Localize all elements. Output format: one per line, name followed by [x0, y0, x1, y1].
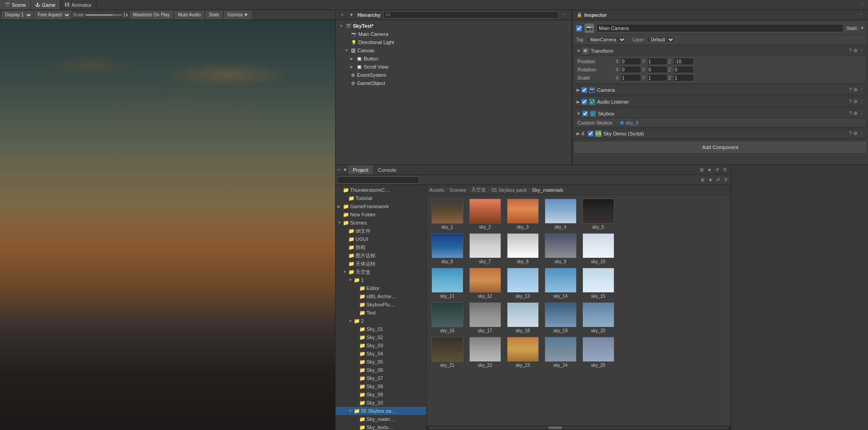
tree-sky-textu[interactable]: 📁 Sky_textu…: [336, 423, 426, 430]
skybox-enabled-checkbox[interactable]: [582, 111, 588, 116]
tree-sky08[interactable]: 📁 Sky_08: [336, 382, 426, 390]
rot-z-input[interactable]: [673, 66, 694, 73]
tab-game[interactable]: 🕹 Game: [31, 0, 60, 10]
asset-item-sky_2[interactable]: sky_2: [468, 199, 502, 230]
transform-question-btn[interactable]: ?: [849, 48, 852, 53]
breadcrumb-sky-materials[interactable]: Sky_materials: [532, 187, 563, 193]
tree-skyboxplu[interactable]: 📁 SkyboxPlu…: [336, 300, 426, 309]
asset-item-sky_3[interactable]: sky_3: [506, 199, 540, 230]
asset-item-sky_8[interactable]: sky_8: [506, 233, 540, 264]
hier-directional-light[interactable]: 💡 Directional Light: [336, 38, 572, 46]
tree-sky07[interactable]: 📁 Sky_07: [336, 374, 426, 382]
assets-scrollbar[interactable]: [426, 425, 731, 430]
static-arrow-icon[interactable]: ▼: [860, 26, 864, 30]
asset-item-sky_22[interactable]: sky_22: [468, 337, 502, 368]
asset-item-sky_9[interactable]: sky_9: [543, 233, 577, 264]
audio-menu-btn[interactable]: ⋮: [859, 99, 864, 104]
asset-item-sky_17[interactable]: sky_17: [468, 302, 502, 333]
asset-item-sky_6[interactable]: sky_6: [430, 233, 464, 264]
display-select[interactable]: Display 1: [2, 11, 33, 19]
project-panel-icon4[interactable]: 9: [722, 167, 728, 173]
hier-scroll-view[interactable]: ▶ 🔲 Scroll View: [336, 63, 572, 71]
tree-sky09[interactable]: 📁 Sky_09: [336, 390, 426, 399]
asset-item-sky_5[interactable]: sky_5: [581, 199, 615, 230]
tree-sibl[interactable]: 📁 sIBL Archiv…: [336, 292, 426, 300]
tree-55skybox[interactable]: ▼ 📁 55 Skybox pa…: [336, 407, 426, 415]
skybox-menu-btn[interactable]: ⋮: [859, 111, 864, 116]
tree-coro[interactable]: 📁 协程: [336, 243, 426, 251]
camera-enabled-checkbox[interactable]: [582, 87, 587, 93]
breadcrumb-scenes[interactable]: Scenes: [449, 187, 466, 193]
inspector-menu-btn[interactable]: ⋮: [858, 12, 864, 18]
hierarchy-menu-btn[interactable]: ▼: [348, 12, 355, 18]
hierarchy-search[interactable]: [383, 11, 559, 19]
hier-canvas[interactable]: ▼ 🖼 Canvas: [336, 46, 572, 55]
asset-item-sky_21[interactable]: sky_21: [430, 337, 464, 368]
sky-demo-settings-btn[interactable]: ⚙: [853, 131, 858, 136]
tag-select[interactable]: MainCamera: [586, 36, 626, 43]
asset-item-sky_4[interactable]: sky_4: [543, 199, 577, 230]
tree-thunderstorm[interactable]: 📁 ThunderstormC…: [336, 186, 426, 194]
scale-slider[interactable]: [85, 14, 122, 16]
skybox-settings-btn[interactable]: ⚙: [853, 111, 858, 116]
asset-item-sky_16[interactable]: sky_16: [430, 302, 464, 333]
tree-celestial[interactable]: 📁 天体运转: [336, 260, 426, 268]
asset-item-sky_1[interactable]: sky_1: [430, 199, 464, 230]
project-add-btn[interactable]: +: [336, 167, 342, 173]
skybox-question-btn[interactable]: ?: [849, 111, 852, 116]
hier-scene-item[interactable]: ▼ 🎬 SkyTest* ⋮: [336, 22, 572, 30]
tree-sky10[interactable]: 📁 Sky_10: [336, 399, 426, 407]
audio-enabled-checkbox[interactable]: [582, 99, 587, 105]
object-enabled-checkbox[interactable]: [576, 25, 582, 31]
asset-item-sky_25[interactable]: sky_25: [581, 337, 615, 368]
camera-question-btn[interactable]: ?: [849, 87, 852, 92]
project-search-input[interactable]: [337, 176, 419, 184]
audio-settings-btn[interactable]: ⚙: [853, 99, 858, 104]
tree-gameframework[interactable]: ▶ 📁 GameFramework: [336, 202, 426, 210]
sky-demo-question-btn[interactable]: ?: [849, 131, 852, 136]
project-panel-icon1[interactable]: ⊞: [698, 167, 705, 173]
breadcrumb-assets[interactable]: Assets: [429, 187, 444, 193]
transform-header[interactable]: ▼ ⊞ Transform ? ⚙ ⋮: [575, 46, 866, 56]
hier-main-camera[interactable]: 📷 Main Camera: [336, 30, 572, 38]
camera-comp-header[interactable]: ▶ 📷 Camera ? ⚙ ⋮: [575, 85, 866, 95]
sky-demo-enabled-checkbox[interactable]: [588, 131, 593, 136]
tree-sky01[interactable]: 📁 Sky_01: [336, 325, 426, 333]
audio-question-btn[interactable]: ?: [849, 99, 852, 104]
add-component-button[interactable]: Add Component: [574, 142, 866, 153]
tree-sky02[interactable]: 📁 Sky_02: [336, 333, 426, 341]
sky-demo-header[interactable]: ▶ # CS Sky Demo (Script) ? ⚙ ⋮: [575, 129, 866, 139]
hier-button[interactable]: ▶ 🔲 Button: [336, 55, 572, 63]
skybox-header[interactable]: ▼ 🌐 Skybox ? ⚙ ⋮: [575, 109, 866, 119]
tree-sky05[interactable]: 📁 Sky_05: [336, 358, 426, 366]
transform-settings-btn[interactable]: ⚙: [853, 48, 858, 53]
skybox-val-area[interactable]: sky_5: [620, 120, 639, 125]
audio-listener-header[interactable]: ▶ 🔊 Audio Listener ? ⚙ ⋮: [575, 97, 866, 107]
pos-y-input[interactable]: [647, 58, 667, 65]
pos-z-input[interactable]: [673, 58, 694, 65]
scale-y-input[interactable]: [647, 74, 667, 81]
asset-item-sky_23[interactable]: sky_23: [506, 337, 540, 368]
tree-editor[interactable]: 📁 Editor: [336, 284, 426, 292]
tree-1[interactable]: ▼ 📁 1: [336, 276, 426, 284]
tree-sky06[interactable]: 📁 Sky_06: [336, 366, 426, 374]
tab-bar-menu-btn[interactable]: ⋮: [859, 2, 865, 8]
mute-audio-btn[interactable]: Mute Audio: [175, 11, 204, 19]
asset-item-sky_24[interactable]: sky_24: [543, 337, 577, 368]
tree-imgborder[interactable]: 📁 图片边框: [336, 251, 426, 260]
tree-skybox-folder[interactable]: ▼ 📁 天空盒: [336, 268, 426, 276]
project-grid-btn[interactable]: ⊞: [699, 177, 706, 183]
scale-z-input[interactable]: [673, 74, 694, 81]
rot-x-input[interactable]: [621, 66, 641, 73]
asset-item-sky_7[interactable]: sky_7: [468, 233, 502, 264]
pos-x-input[interactable]: [621, 58, 641, 65]
asset-item-sky_13[interactable]: sky_13: [506, 268, 540, 299]
tree-sky-mater[interactable]: 📁 Sky_mater…: [336, 415, 426, 423]
maximize-on-play-btn[interactable]: Maximize On Play: [130, 11, 173, 19]
camera-menu-btn[interactable]: ⋮: [859, 87, 864, 92]
asset-item-sky_12[interactable]: sky_12: [468, 268, 502, 299]
tree-ugui[interactable]: 📁 UGUI: [336, 235, 426, 243]
gizmos-btn[interactable]: Gizmos ▼: [224, 11, 251, 19]
tree-test[interactable]: 📁 Test: [336, 309, 426, 317]
tree-2[interactable]: ▼ 📁 2: [336, 317, 426, 325]
